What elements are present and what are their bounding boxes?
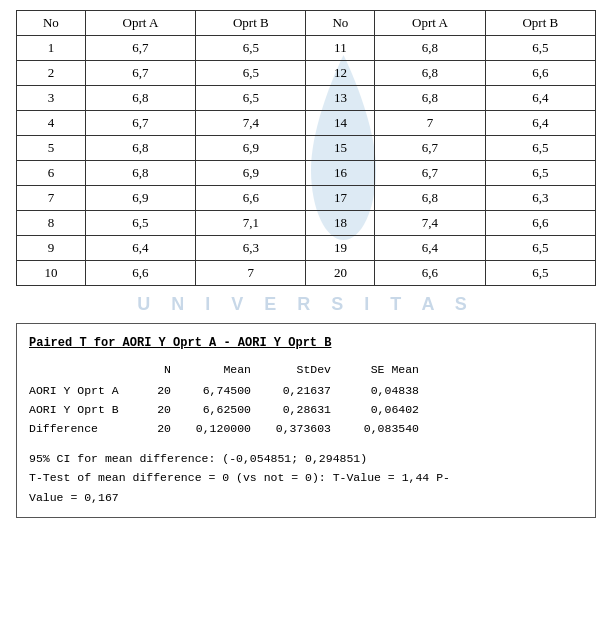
stat-mean: 6,74500 [179,382,259,400]
table-row: 86,57,1187,46,6 [17,211,596,236]
col-header-no1: No [17,11,86,36]
table-cell: 6,8 [375,86,485,111]
table-cell: 6,5 [485,236,595,261]
table-cell: 6,8 [375,186,485,211]
table-row: 106,67206,66,5 [17,261,596,286]
table-cell: 6,6 [196,186,306,211]
table-cell: 6,3 [196,236,306,261]
stat-n: 20 [139,382,179,400]
table-cell: 6,5 [85,211,195,236]
header-spacer [29,361,139,379]
table-cell: 6,7 [85,36,195,61]
col-header-oprtb2: Oprt B [485,11,595,36]
col-header-oprta1: Oprt A [85,11,195,36]
table-cell: 2 [17,61,86,86]
table-cell: 6,4 [375,236,485,261]
table-cell: 6,8 [375,61,485,86]
data-table: No Oprt A Oprt B No Oprt A Oprt B 16,76,… [16,10,596,286]
universitas-watermark: U N I V E R S I T A S [16,286,596,323]
stat-stdev: 0,21637 [259,382,339,400]
stat-label: AORI Y Oprt A [29,382,139,400]
header-n: N [139,361,179,379]
header-mean: Mean [179,361,259,379]
table-cell: 7 [375,111,485,136]
stat-label: Difference [29,420,139,438]
table-cell: 13 [306,86,375,111]
stats-data-row: AORI Y Oprt B 20 6,62500 0,28631 0,06402 [29,401,583,419]
table-cell: 6,7 [85,111,195,136]
table-cell: 6,6 [375,261,485,286]
stat-stdev: 0,373603 [259,420,339,438]
table-row: 26,76,5126,86,6 [17,61,596,86]
table-cell: 6,8 [85,136,195,161]
ttest-line1: T-Test of mean difference = 0 (vs not = … [29,468,583,488]
stat-mean: 6,62500 [179,401,259,419]
table-cell: 6,4 [85,236,195,261]
table-cell: 6,6 [485,61,595,86]
ci-line: 95% CI for mean difference: (-0,054851; … [29,449,583,469]
table-cell: 6,8 [85,161,195,186]
table-cell: 19 [306,236,375,261]
table-row: 46,77,41476,4 [17,111,596,136]
stat-semean: 0,04838 [339,382,419,400]
table-cell: 6,9 [85,186,195,211]
table-cell: 12 [306,61,375,86]
stats-data-row: Difference 20 0,120000 0,373603 0,083540 [29,420,583,438]
table-cell: 6,5 [485,161,595,186]
stats-header: N Mean StDev SE Mean [29,361,583,379]
table-cell: 6,5 [196,86,306,111]
table-cell: 9 [17,236,86,261]
table-cell: 6 [17,161,86,186]
table-cell: 6,8 [375,36,485,61]
table-cell: 18 [306,211,375,236]
table-cell: 6,6 [485,211,595,236]
stats-data-row: AORI Y Oprt A 20 6,74500 0,21637 0,04838 [29,382,583,400]
table-cell: 6,5 [485,36,595,61]
table-cell: 10 [17,261,86,286]
stat-semean: 0,06402 [339,401,419,419]
table-cell: 6,4 [485,111,595,136]
table-cell: 6,8 [85,86,195,111]
header-semean: SE Mean [339,361,419,379]
table-row: 36,86,5136,86,4 [17,86,596,111]
table-cell: 8 [17,211,86,236]
stat-semean: 0,083540 [339,420,419,438]
table-cell: 6,5 [196,61,306,86]
table-cell: 6,7 [375,161,485,186]
stats-extra: 95% CI for mean difference: (-0,054851; … [29,449,583,508]
table-cell: 6,7 [85,61,195,86]
table-cell: 4 [17,111,86,136]
table-cell: 7 [17,186,86,211]
table-cell: 7,1 [196,211,306,236]
table-cell: 6,6 [85,261,195,286]
stat-n: 20 [139,401,179,419]
stat-stdev: 0,28631 [259,401,339,419]
table-cell: 7 [196,261,306,286]
table-cell: 6,3 [485,186,595,211]
table-row: 96,46,3196,46,5 [17,236,596,261]
stats-box: Paired T for AORI Y Oprt A - AORI Y Oprt… [16,323,596,518]
table-cell: 15 [306,136,375,161]
table-cell: 7,4 [375,211,485,236]
table-row: 56,86,9156,76,5 [17,136,596,161]
table-cell: 6,9 [196,136,306,161]
table-cell: 1 [17,36,86,61]
table-row: 66,86,9166,76,5 [17,161,596,186]
header-stdev: StDev [259,361,339,379]
table-cell: 7,4 [196,111,306,136]
table-cell: 6,4 [485,86,595,111]
table-cell: 6,5 [485,136,595,161]
table-cell: 11 [306,36,375,61]
table-cell: 6,5 [196,36,306,61]
table-cell: 6,5 [485,261,595,286]
table-cell: 5 [17,136,86,161]
stats-title: Paired T for AORI Y Oprt A - AORI Y Oprt… [29,334,583,353]
table-cell: 14 [306,111,375,136]
table-header-row: No Oprt A Oprt B No Oprt A Oprt B [17,11,596,36]
table-row: 76,96,6176,86,3 [17,186,596,211]
col-header-oprtb1: Oprt B [196,11,306,36]
table-cell: 3 [17,86,86,111]
table-cell: 6,7 [375,136,485,161]
table-cell: 16 [306,161,375,186]
table-row: 16,76,5116,86,5 [17,36,596,61]
